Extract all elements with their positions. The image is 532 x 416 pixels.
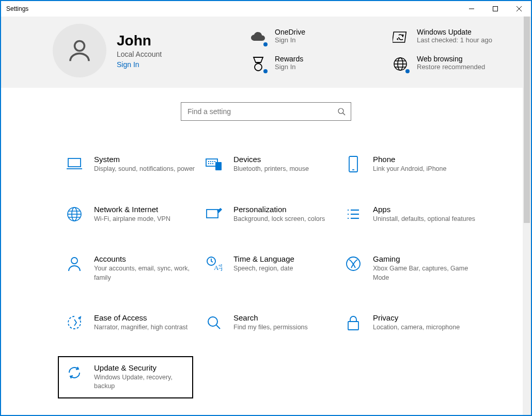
svg-line-35	[216, 325, 220, 329]
category-sub: Windows Update, recovery, backup	[94, 373, 186, 391]
svg-rect-1	[493, 7, 498, 11]
category-sub: Xbox Game Bar, captures, Game Mode	[373, 264, 477, 282]
medal-icon	[249, 55, 268, 73]
category-title: Ease of Access	[94, 313, 187, 322]
ease-icon	[65, 313, 84, 332]
category-title: Time & Language	[233, 254, 294, 263]
category-title: Gaming	[373, 254, 477, 263]
sync-icon	[391, 28, 410, 46]
category-title: Phone	[373, 155, 446, 164]
globe-icon	[391, 55, 410, 73]
category-time-language[interactable]: A字 Time & Language Speech, region, date	[201, 251, 341, 285]
svg-rect-12	[68, 158, 81, 167]
list-icon	[344, 205, 363, 223]
account-header: John Local Account Sign In OneDrive Sign…	[1, 17, 531, 88]
person-icon	[65, 254, 84, 273]
tile-title: OneDrive	[275, 28, 305, 36]
tile-rewards[interactable]: Rewards Sign In	[249, 55, 370, 73]
scrollbar-thumb[interactable]	[524, 17, 530, 223]
category-sub: Narrator, magnifier, high contrast	[94, 323, 187, 332]
tile-windows-update[interactable]: Windows Update Last checked: 1 hour ago	[391, 28, 512, 46]
main-content: System Display, sound, notifications, po…	[1, 88, 531, 398]
svg-text:A字: A字	[214, 264, 222, 271]
category-title: System	[94, 155, 195, 164]
category-title: Update & Security	[94, 363, 186, 372]
category-gaming[interactable]: Gaming Xbox Game Bar, captures, Game Mod…	[341, 251, 480, 285]
tile-sub: Sign In	[275, 63, 303, 72]
cloud-icon	[249, 28, 268, 46]
keyboard-icon	[205, 155, 223, 173]
globe-icon	[65, 205, 84, 223]
category-sub: Wi-Fi, airplane mode, VPN	[94, 215, 170, 224]
svg-rect-36	[348, 322, 358, 330]
svg-point-34	[208, 317, 217, 326]
svg-point-30	[71, 258, 77, 264]
category-phone[interactable]: Phone Link your Android, iPhone	[341, 152, 480, 177]
svg-point-6	[255, 63, 262, 71]
svg-line-11	[343, 113, 345, 115]
search-box[interactable]	[181, 102, 351, 121]
window-title: Settings	[6, 5, 460, 12]
user-subtitle: Local Account	[117, 50, 162, 58]
xbox-icon	[344, 254, 363, 273]
tile-title: Windows Update	[417, 28, 492, 36]
category-personalization[interactable]: Personalization Background, lock screen,…	[201, 202, 341, 227]
category-title: Apps	[373, 205, 475, 214]
tile-title: Rewards	[275, 55, 303, 63]
category-title: Devices	[233, 155, 309, 164]
user-block[interactable]: John Local Account Sign In	[53, 24, 233, 77]
lock-icon	[344, 313, 363, 332]
user-name: John	[117, 33, 162, 49]
category-update-security[interactable]: Update & Security Windows Update, recove…	[58, 356, 193, 398]
svg-rect-23	[207, 210, 218, 218]
tile-sub: Last checked: 1 hour ago	[417, 36, 492, 45]
category-title: Network & Internet	[94, 205, 170, 214]
laptop-icon	[65, 155, 84, 173]
category-search[interactable]: Search Find my files, permissions	[201, 310, 341, 335]
magnifier-icon	[205, 313, 223, 332]
category-ease-of-access[interactable]: Ease of Access Narrator, magnifier, high…	[62, 310, 201, 335]
tile-web-browsing[interactable]: Web browsing Restore recommended	[391, 55, 512, 73]
tile-title: Web browsing	[417, 55, 485, 63]
category-network[interactable]: Network & Internet Wi-Fi, airplane mode,…	[62, 202, 201, 227]
category-sub: Speech, region, date	[233, 264, 294, 274]
svg-rect-5	[393, 32, 406, 42]
phone-icon	[344, 155, 363, 173]
clock-language-icon: A字	[205, 254, 223, 273]
category-privacy[interactable]: Privacy Location, camera, microphone	[341, 310, 480, 335]
category-sub: Your accounts, email, sync, work, family	[94, 264, 198, 282]
category-accounts[interactable]: Accounts Your accounts, email, sync, wor…	[62, 251, 201, 285]
category-sub: Bluetooth, printers, mouse	[233, 165, 309, 174]
svg-point-10	[338, 108, 343, 114]
tile-sub: Restore recommended	[417, 63, 485, 72]
category-title: Search	[233, 313, 308, 322]
search-input[interactable]	[187, 107, 337, 116]
category-sub: Background, lock screen, colors	[233, 215, 325, 224]
tile-sub: Sign In	[275, 36, 305, 45]
category-sub: Find my files, permissions	[233, 323, 308, 332]
scrollbar[interactable]	[523, 17, 531, 415]
category-devices[interactable]: Devices Bluetooth, printers, mouse	[201, 152, 341, 177]
maximize-button[interactable]	[483, 1, 507, 17]
category-title: Accounts	[94, 254, 198, 263]
category-apps[interactable]: Apps Uninstall, defaults, optional featu…	[341, 202, 480, 227]
category-sub: Uninstall, defaults, optional features	[373, 215, 475, 224]
close-button[interactable]	[507, 1, 531, 17]
category-sub: Link your Android, iPhone	[373, 165, 446, 174]
update-icon	[65, 363, 84, 382]
minimize-button[interactable]	[460, 1, 483, 17]
category-sub: Location, camera, microphone	[373, 323, 460, 332]
title-bar: Settings	[1, 1, 531, 17]
signin-link[interactable]: Sign In	[117, 60, 162, 69]
category-sub: Display, sound, notifications, power	[94, 165, 195, 174]
svg-point-4	[75, 41, 85, 51]
category-title: Privacy	[373, 313, 460, 322]
avatar	[53, 24, 106, 77]
paint-icon	[205, 205, 223, 223]
search-icon	[337, 107, 346, 116]
svg-rect-15	[215, 162, 222, 170]
category-system[interactable]: System Display, sound, notifications, po…	[62, 152, 201, 177]
category-title: Personalization	[233, 205, 325, 214]
tile-onedrive[interactable]: OneDrive Sign In	[249, 28, 370, 46]
